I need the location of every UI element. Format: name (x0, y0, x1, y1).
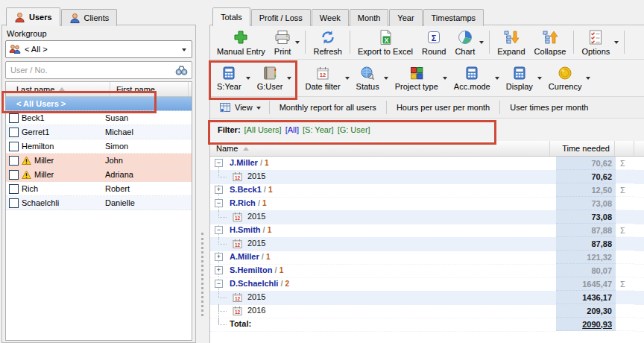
checkbox[interactable] (9, 113, 19, 123)
table-row[interactable]: +A.Miller / 1121,32 (210, 251, 644, 264)
user-node-label: A.Miller / 1 (230, 252, 270, 261)
table-row[interactable]: 12201587,88 (210, 237, 644, 251)
dropdown-arrow[interactable] (384, 77, 388, 82)
tree-elbow (218, 291, 227, 298)
table-row[interactable]: Total:2090,93 (210, 318, 644, 331)
list-item[interactable]: RichRobert (6, 182, 192, 196)
expand-button[interactable]: Expand (493, 25, 529, 59)
time-needed-cell: 70,62 (556, 170, 616, 183)
view-item-hours-per-user-per-month[interactable]: Hours per user per month (388, 103, 498, 112)
button-label: Manual Entry (217, 47, 265, 56)
currency-button[interactable]: Currency (544, 60, 587, 96)
refresh-button[interactable]: Refresh (309, 25, 347, 59)
checkbox[interactable] (9, 142, 19, 151)
panel-splitter[interactable] (201, 233, 203, 316)
date-filter-button[interactable]: 12Date filter (300, 60, 344, 96)
options-button[interactable]: Options (577, 25, 614, 59)
tab-profit-loss[interactable]: Profit / Loss (251, 9, 311, 26)
tab-week[interactable]: Week (312, 9, 349, 26)
dropdown-arrow[interactable] (287, 77, 291, 82)
collapse-node-icon[interactable]: − (215, 226, 223, 234)
list-item[interactable]: Gerret1Michael (6, 125, 192, 139)
dropdown-arrow[interactable] (614, 41, 619, 46)
dropdown-arrow[interactable] (537, 77, 542, 82)
checkbox[interactable] (9, 184, 19, 194)
toolbar-separator (624, 31, 625, 54)
name-cell: +S.Hemilton / 1 (210, 264, 556, 278)
tree-collapse-icon (542, 29, 558, 45)
status-button[interactable]: Status (352, 60, 384, 96)
list-item[interactable]: SchaelchliDanielle (6, 196, 192, 210)
print-button[interactable]: Print (270, 25, 296, 59)
list-item[interactable]: Beck1Susan (6, 111, 192, 125)
table-row[interactable]: 122016209,30 (210, 304, 644, 318)
table-row[interactable]: −H.Smith / 187,88Σ (210, 224, 644, 237)
time-needed-value: 87,88 (591, 226, 612, 235)
view-item-user-times-per-month[interactable]: User times per month (502, 103, 596, 112)
g-user-button[interactable]: G:User (253, 60, 288, 96)
column-header-name[interactable]: Name (210, 141, 550, 156)
export-to-excel-button[interactable]: XExport to Excel (353, 25, 417, 59)
expand-node-icon[interactable]: + (215, 266, 223, 274)
list-item[interactable]: MillerJohn (6, 154, 192, 168)
tab-month[interactable]: Month (350, 9, 389, 26)
table-row[interactable]: −R.Rich / 173,08 (210, 197, 644, 210)
round-button[interactable]: ΣRound (417, 25, 450, 59)
list-item[interactable]: MillerAdriana (6, 168, 192, 182)
table-row[interactable]: +S.Beck1 / 112,50Σ (210, 183, 644, 197)
dropdown-arrow[interactable] (295, 41, 300, 46)
checkbox[interactable] (9, 198, 19, 208)
list-item[interactable]: < All Users > (6, 97, 192, 111)
checkbox[interactable] (9, 170, 19, 180)
lastname-cell: Rich (6, 184, 99, 194)
list-item[interactable]: HemiltonSimon (6, 139, 192, 154)
s-year-button[interactable]: S:Year (212, 60, 246, 96)
view-item-monthly-report-for-all-users[interactable]: Monthly report for all users (271, 103, 385, 112)
expand-node-icon[interactable]: + (215, 253, 223, 261)
table-row[interactable]: −D.Schaelchli / 21645,47Σ (210, 277, 644, 291)
workgroup-dropdown-arrow[interactable] (177, 43, 190, 56)
table-row[interactable]: +S.Hemilton / 180,07 (210, 264, 644, 277)
tab-year[interactable]: Year (389, 9, 422, 26)
collapse-node-icon[interactable]: − (215, 159, 223, 167)
dropdown-arrow[interactable] (495, 77, 499, 82)
manual-entry-button[interactable]: Manual Entry (212, 25, 270, 59)
user-node-label: R.Rich / 1 (230, 198, 267, 207)
table-row[interactable]: −J.Miller / 170,62Σ (210, 157, 644, 170)
checkbox[interactable] (9, 128, 19, 137)
filter-token: [S: Year] (303, 125, 334, 134)
collapse-button[interactable]: Collapse (530, 25, 571, 59)
column-header-time-needed[interactable]: Time needed (550, 141, 615, 156)
column-header-lastname[interactable]: Last name (6, 82, 110, 96)
tab-clients[interactable]: Clients (61, 9, 118, 26)
checkbox[interactable] (9, 156, 19, 166)
view-button[interactable]: View (215, 101, 268, 113)
table-row[interactable]: 1220151436,17 (210, 291, 644, 304)
filter-token: [G: User] (338, 125, 370, 134)
dropdown-arrow[interactable] (443, 77, 447, 82)
table-row[interactable]: 12201570,62 (210, 170, 644, 183)
time-needed-cell: 80,07 (556, 264, 616, 277)
user-search-input[interactable] (6, 66, 175, 75)
dropdown-arrow[interactable] (479, 41, 484, 46)
dropdown-arrow[interactable] (345, 77, 350, 82)
button-label: Export to Excel (358, 47, 413, 56)
expand-node-icon[interactable]: + (215, 186, 223, 194)
project-type-button[interactable]: Project type (391, 60, 443, 96)
dropdown-arrow[interactable] (246, 77, 250, 82)
collapse-node-icon[interactable]: − (215, 199, 223, 207)
tab-timestamps[interactable]: Timestamps (423, 9, 484, 26)
display-button[interactable]: Display (502, 60, 537, 96)
collapse-node-icon[interactable]: − (215, 280, 223, 288)
dropdown-arrow[interactable] (586, 77, 590, 82)
chart-button[interactable]: Chart (450, 25, 479, 59)
column-header-firstname[interactable]: First name (110, 82, 189, 96)
toolbar-separator (573, 31, 574, 54)
tab-totals[interactable]: Totals (212, 7, 250, 26)
squares-icon (409, 66, 424, 81)
workgroup-select[interactable]: < All > (5, 40, 192, 58)
binoculars-icon[interactable] (175, 64, 188, 77)
tab-users[interactable]: Users (6, 7, 60, 26)
table-row[interactable]: 12201573,08 (210, 210, 644, 224)
acc-mode-button[interactable]: Acc.mode (449, 60, 495, 96)
